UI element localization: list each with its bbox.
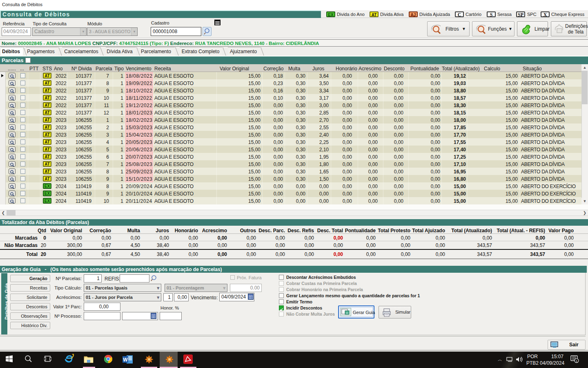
svg-text:W: W [123,357,128,363]
svg-text:1: 1 [576,359,578,363]
